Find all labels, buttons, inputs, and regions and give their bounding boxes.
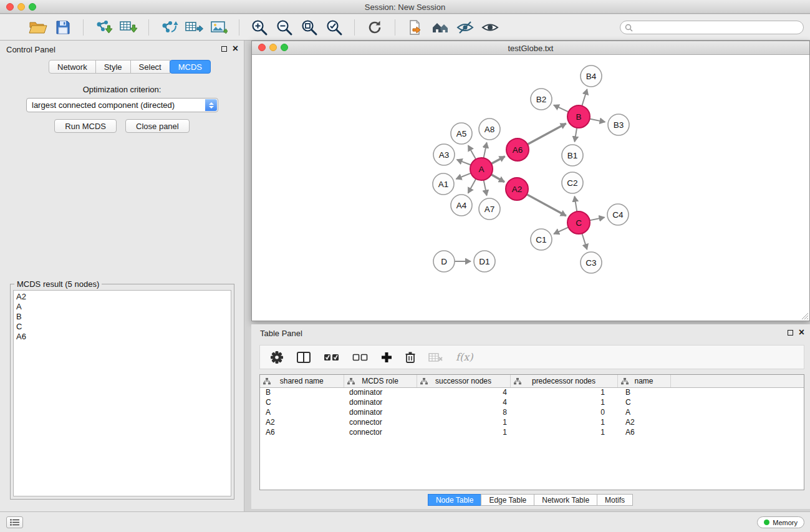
table-cell[interactable]: 1 xyxy=(510,427,617,437)
graph-edge[interactable] xyxy=(590,217,605,220)
home-button[interactable] xyxy=(430,17,451,37)
graph-edge[interactable] xyxy=(491,157,505,164)
result-item[interactable]: A2 xyxy=(16,292,228,302)
graph-edge[interactable] xyxy=(457,160,471,165)
graph-node[interactable]: A8 xyxy=(479,118,500,140)
result-item[interactable]: A xyxy=(16,302,228,312)
table-cell[interactable]: A xyxy=(260,407,344,417)
table-cell[interactable]: C xyxy=(260,397,344,407)
network-canvas[interactable]: AA6A2BCA5A8A3A1A4A7B1B2B3B4C1C2C3C4DD1 xyxy=(252,56,809,321)
graph-node[interactable]: B1 xyxy=(562,145,583,166)
export-table-button[interactable] xyxy=(183,17,205,37)
run-mcds-button[interactable]: Run MCDS xyxy=(54,119,117,133)
table-cell[interactable]: dominator xyxy=(344,387,417,397)
export-document-button[interactable] xyxy=(405,17,426,37)
memory-button[interactable]: Memory xyxy=(757,516,804,528)
float-table-panel-icon[interactable] xyxy=(788,330,793,336)
table-cell[interactable]: connector xyxy=(344,427,417,437)
graph-node[interactable]: C4 xyxy=(607,204,629,225)
zoom-fit-button[interactable] xyxy=(299,17,320,37)
close-panel-icon[interactable]: × xyxy=(233,46,238,52)
function-builder-button[interactable]: f(x) xyxy=(456,351,473,363)
table-cell[interactable]: 1 xyxy=(417,427,510,437)
add-column-button[interactable] xyxy=(381,352,392,363)
resize-grip-icon[interactable] xyxy=(801,312,809,320)
graph-node[interactable]: A3 xyxy=(433,144,455,165)
table-cell[interactable]: 1 xyxy=(510,397,617,407)
network-zoom-button[interactable] xyxy=(281,44,288,51)
open-file-button[interactable] xyxy=(27,17,49,37)
column-header-name[interactable]: name xyxy=(617,375,670,387)
graph-node[interactable]: C2 xyxy=(562,172,583,193)
export-network-button[interactable] xyxy=(158,17,180,37)
save-session-button[interactable] xyxy=(52,17,74,37)
column-header-predecessor-nodes[interactable]: predecessor nodes xyxy=(510,375,617,387)
tab-node-table[interactable]: Node Table xyxy=(428,494,482,506)
table-cell[interactable]: 1 xyxy=(510,417,617,427)
table-row[interactable]: Adominator80A xyxy=(260,407,804,417)
tab-network-table[interactable]: Network Table xyxy=(534,494,597,506)
graph-node[interactable]: A7 xyxy=(479,198,500,220)
select-all-button[interactable] xyxy=(324,352,340,362)
column-header-mcds-role[interactable]: MCDS role xyxy=(344,375,417,387)
table-cell[interactable]: 0 xyxy=(510,407,617,417)
graph-node[interactable]: A6 xyxy=(506,138,529,161)
table-row[interactable]: Bdominator41B xyxy=(260,387,804,397)
graph-node[interactable]: B3 xyxy=(608,114,629,135)
graph-node[interactable]: B2 xyxy=(531,89,552,110)
graph-edge[interactable] xyxy=(484,143,487,158)
table-cell[interactable]: A2 xyxy=(617,417,670,427)
table-cell[interactable]: B xyxy=(617,387,670,397)
deselect-all-button[interactable] xyxy=(352,352,369,362)
tab-mcds[interactable]: MCDS xyxy=(170,60,211,74)
graph-edge[interactable] xyxy=(527,195,566,216)
delete-column-button[interactable] xyxy=(405,351,416,364)
graph-node[interactable]: A1 xyxy=(433,173,454,195)
graph-edge[interactable] xyxy=(554,105,569,112)
zoom-out-button[interactable] xyxy=(274,17,295,37)
graph-edge[interactable] xyxy=(575,128,577,142)
tab-motifs[interactable]: Motifs xyxy=(597,494,633,506)
table-cell[interactable]: A xyxy=(617,407,670,417)
graph-node[interactable]: A4 xyxy=(451,195,472,216)
delete-table-button[interactable] xyxy=(428,352,443,363)
close-window-button[interactable] xyxy=(6,3,14,11)
graph-edge[interactable] xyxy=(456,173,471,179)
graph-edge[interactable] xyxy=(468,179,476,193)
table-cell[interactable]: C xyxy=(617,397,670,407)
table-row[interactable]: Cdominator41C xyxy=(260,397,804,407)
zoom-selected-button[interactable] xyxy=(324,17,345,37)
graph-edge[interactable] xyxy=(468,145,476,159)
minimize-window-button[interactable] xyxy=(17,3,25,11)
result-item[interactable]: C xyxy=(16,322,228,332)
zoom-in-button[interactable] xyxy=(249,17,270,37)
graph-node[interactable]: C xyxy=(567,211,590,234)
tab-style[interactable]: Style xyxy=(95,60,131,74)
search-input[interactable] xyxy=(636,22,803,33)
graph-node[interactable]: B4 xyxy=(581,65,602,87)
close-panel-button[interactable]: Close panel xyxy=(125,119,190,133)
graph-edge[interactable] xyxy=(582,233,587,249)
apply-layout-button[interactable] xyxy=(364,17,385,37)
float-panel-icon[interactable] xyxy=(221,46,227,52)
graph-node[interactable]: B xyxy=(567,105,590,128)
table-row[interactable]: A2connector11A2 xyxy=(260,417,804,427)
table-cell[interactable]: 4 xyxy=(417,397,510,407)
column-header-shared-name[interactable]: shared name xyxy=(260,375,344,387)
table-cell[interactable]: 4 xyxy=(417,387,510,397)
network-minimize-button[interactable] xyxy=(269,44,277,51)
graph-edge[interactable] xyxy=(582,89,587,106)
table-settings-button[interactable] xyxy=(270,351,284,364)
import-network-button[interactable] xyxy=(93,17,114,37)
network-close-button[interactable] xyxy=(258,44,266,51)
graph-node[interactable]: D1 xyxy=(474,251,495,272)
import-table-button[interactable] xyxy=(118,17,139,37)
graph-node[interactable]: C1 xyxy=(531,229,552,250)
graph-node[interactable]: A5 xyxy=(451,123,472,144)
graph-edge[interactable] xyxy=(574,196,577,211)
criterion-dropdown[interactable]: largest connected component (directed) xyxy=(26,98,218,112)
graph-edge[interactable] xyxy=(484,180,487,196)
graph-node[interactable]: A2 xyxy=(506,178,528,200)
table-cell[interactable]: B xyxy=(260,387,344,397)
graph-node[interactable]: C3 xyxy=(581,252,602,273)
